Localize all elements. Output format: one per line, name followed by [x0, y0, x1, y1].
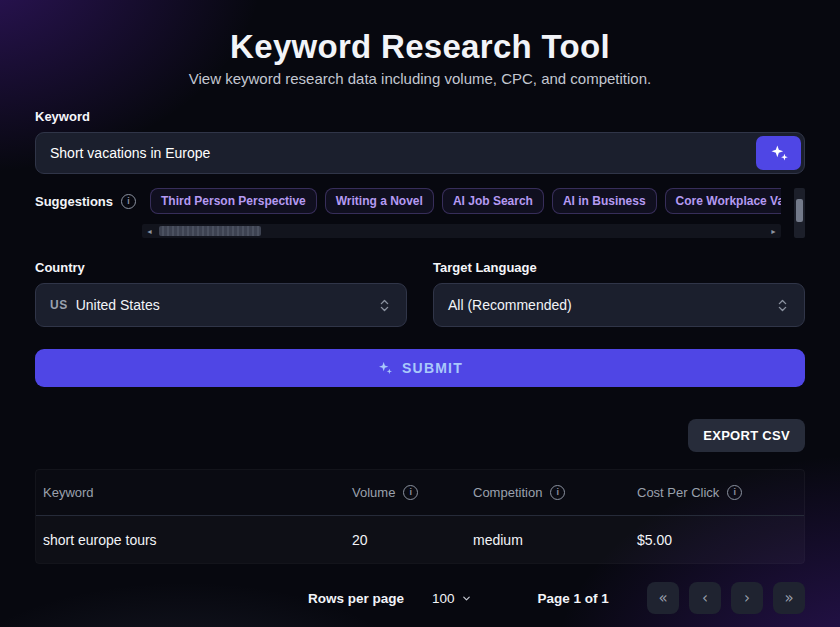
country-value: United States [76, 297, 160, 313]
keyword-label: Keyword [35, 109, 805, 124]
pagination: « ‹ › » [647, 582, 805, 614]
suggestion-chip[interactable]: Writing a Novel [325, 188, 434, 214]
cell-competition: medium [466, 532, 630, 548]
info-icon[interactable]: i [403, 485, 418, 500]
cell-volume: 20 [345, 532, 466, 548]
submit-button[interactable]: SUBMIT [35, 349, 805, 387]
column-header-keyword: Keyword [36, 485, 345, 500]
keyword-input[interactable] [35, 132, 805, 174]
rows-per-page-value: 100 [432, 591, 455, 606]
info-icon[interactable]: i [727, 485, 742, 500]
vertical-scroll-thumb[interactable] [796, 199, 803, 222]
info-icon[interactable]: i [550, 485, 565, 500]
cell-keyword: short europe tours [36, 532, 345, 548]
chevron-up-down-icon [775, 298, 790, 313]
suggestion-chip[interactable]: AI in Business [552, 188, 657, 214]
suggestions-section: Suggestions i Third Person Perspective W… [35, 188, 805, 238]
country-field: Country US United States [35, 260, 407, 327]
table-footer: Rows per page 100 Page 1 of 1 « ‹ › » [35, 582, 805, 614]
suggestions-label: Suggestions [35, 194, 113, 209]
chevron-up-down-icon [377, 298, 392, 313]
language-value: All (Recommended) [448, 297, 572, 313]
table-row[interactable]: short europe tours 20 medium $5.00 [36, 516, 804, 563]
keyword-research-app: Keyword Research Tool View keyword resea… [0, 0, 840, 614]
table-header-row: Keyword Volume i Competition i Cost Per … [36, 470, 804, 516]
language-select[interactable]: All (Recommended) [433, 283, 805, 327]
horizontal-scrollbar[interactable]: ◄ ► [142, 224, 781, 238]
first-page-button[interactable]: « [647, 582, 679, 614]
suggestion-chip[interactable]: AI Job Search [442, 188, 544, 214]
export-csv-button[interactable]: EXPORT CSV [688, 419, 805, 452]
last-page-button[interactable]: » [773, 582, 805, 614]
previous-page-button[interactable]: ‹ [689, 582, 721, 614]
results-table: Keyword Volume i Competition i Cost Per … [35, 469, 805, 564]
column-header-competition: Competition i [466, 485, 630, 500]
rows-per-page-label: Rows per page [308, 591, 404, 606]
cell-cpc: $5.00 [630, 532, 804, 548]
suggestion-chip[interactable]: Core Workplace Values [665, 188, 781, 214]
info-icon: i [121, 194, 136, 209]
sparkles-icon [769, 143, 789, 163]
rows-per-page-select[interactable]: 100 [432, 591, 472, 606]
page-subtitle: View keyword research data including vol… [35, 70, 805, 87]
keyword-input-wrap [35, 132, 805, 174]
sparkles-icon [377, 360, 393, 376]
next-page-button[interactable]: › [731, 582, 763, 614]
scroll-left-arrow-icon[interactable]: ◄ [142, 224, 157, 238]
ai-suggest-button[interactable] [756, 136, 801, 170]
country-label: Country [35, 260, 407, 275]
page-indicator: Page 1 of 1 [538, 591, 609, 606]
chevron-down-icon [461, 593, 472, 604]
horizontal-scroll-thumb[interactable] [159, 226, 261, 236]
horizontal-scroll-track[interactable] [157, 224, 766, 238]
country-select[interactable]: US United States [35, 283, 407, 327]
language-field: Target Language All (Recommended) [433, 260, 805, 327]
country-code: US [50, 298, 68, 312]
vertical-scrollbar[interactable] [794, 188, 805, 238]
column-header-volume: Volume i [345, 485, 466, 500]
submit-button-label: SUBMIT [402, 360, 463, 376]
suggestion-chip[interactable]: Third Person Perspective [150, 188, 317, 214]
scroll-right-arrow-icon[interactable]: ► [766, 224, 781, 238]
language-label: Target Language [433, 260, 805, 275]
page-title: Keyword Research Tool [35, 28, 805, 66]
column-header-cpc: Cost Per Click i [630, 485, 804, 500]
suggestion-chips: Third Person Perspective Writing a Novel… [150, 188, 781, 214]
